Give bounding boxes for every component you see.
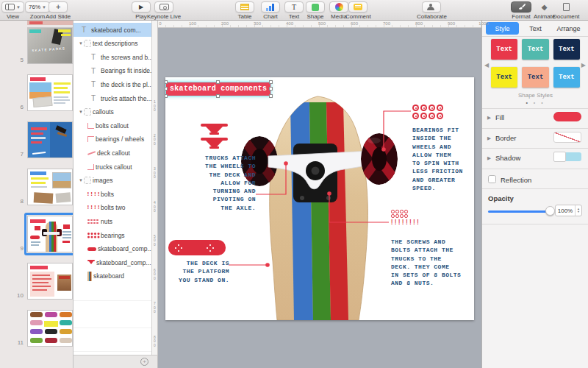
bearings-description-text[interactable]: BEARINGS FIT INSIDE THE WHEELS AND ALLOW… [412, 126, 463, 192]
shape-style-swatch-3[interactable]: Text [553, 39, 580, 60]
selection-handle[interactable] [165, 94, 168, 98]
object-row-label: nuts [101, 218, 112, 225]
slide-thumbnail-6[interactable] [27, 74, 73, 111]
slide-thumbnail-5[interactable]: SKATE PARKS [27, 27, 73, 64]
object-row-bearings-wheels[interactable]: bearings / wheels [74, 132, 152, 146]
nuts-icon[interactable] [391, 210, 408, 218]
object-row-nuts[interactable]: nuts [74, 214, 152, 228]
trucks-icon[interactable] [201, 124, 228, 149]
object-row-deck-callout[interactable]: deck callout [74, 146, 152, 160]
thumbnail-decor [60, 320, 72, 325]
shape-style-swatch-5[interactable]: Text [522, 67, 548, 88]
document-tab-button[interactable]: Document [553, 1, 579, 20]
disclosure-triangle-icon[interactable]: ▼ [78, 110, 84, 114]
opacity-slider-track[interactable] [488, 210, 553, 213]
shape-style-swatch-2[interactable]: Text [522, 39, 548, 60]
object-row-skateboard-comp[interactable]: skateboard_comp... [74, 242, 152, 256]
object-row-bolts-callout[interactable]: bolts callout [74, 118, 152, 132]
selection-handle[interactable] [165, 80, 168, 84]
insert-table-button[interactable]: Table [235, 1, 254, 20]
format-tab-button[interactable]: Format [511, 1, 531, 20]
shadow-style-swatch[interactable] [553, 152, 581, 162]
object-row-text-descriptions[interactable]: ▼text descriptions [74, 37, 152, 51]
keynote-live-button[interactable]: Keynote Live [147, 1, 181, 20]
slide-number: 6 [6, 104, 24, 110]
object-row-bolts-two[interactable]: bolts two [74, 201, 152, 215]
selection-handle[interactable] [216, 94, 220, 98]
pagination-dots[interactable]: • • • [482, 100, 588, 105]
object-row-images[interactable]: ▼images [74, 174, 152, 188]
add-slide-button[interactable]: + Add Slide [46, 1, 71, 20]
disclosure-triangle-icon[interactable]: ▼ [78, 178, 84, 183]
shape-styles-prev-icon[interactable]: ◀ [484, 62, 489, 68]
target-icon[interactable]: + [140, 358, 148, 366]
screws-description-text[interactable]: THE SCREWS AND BOLTS ATTACH THE TRUCKS T… [391, 238, 461, 288]
insert-shape-button[interactable]: Shape [306, 1, 325, 20]
object-row-Bearings-fit-inside[interactable]: Bearings fit inside... [74, 64, 152, 78]
selection-handle[interactable] [216, 80, 220, 84]
slide-thumbnail-7[interactable] [27, 121, 73, 158]
comment-button[interactable]: Comment [345, 1, 371, 20]
object-row-label: trucks callout [96, 163, 132, 171]
bearings-icon[interactable] [412, 105, 443, 119]
slide-title-selection[interactable]: skateboard components [166, 82, 270, 96]
opacity-value-box[interactable]: 100% ▲▼ [555, 205, 582, 216]
animate-tab-button[interactable]: ◆ Animate [534, 1, 555, 20]
thumbnail-decor [31, 241, 40, 243]
thumbnail-decor [44, 321, 58, 327]
object-row-label: trucks attach the... [101, 95, 151, 102]
disclosure-icon[interactable]: ▶ [487, 155, 491, 161]
horizontal-ruler: 01002003004005006007008009001000 [158, 21, 481, 28]
view-button[interactable]: ▼ View [1, 1, 24, 20]
object-row-skateboard-comp[interactable]: skateboard_comp... [74, 255, 152, 269]
slide-thumbnail-11[interactable] [27, 310, 73, 347]
collaborate-button[interactable]: Collaborate [417, 1, 447, 20]
object-row-label: Bearings fit inside... [101, 67, 152, 74]
shape-style-swatch-1[interactable]: Text [491, 39, 517, 60]
shape-style-swatch-6[interactable]: Text [553, 67, 580, 88]
ruler-label-h: 0 [159, 21, 161, 26]
slide-editing-area[interactable]: skateboard components !!!!!!!! [165, 77, 474, 320]
insert-chart-button[interactable]: Chart [261, 1, 280, 20]
disclosure-icon[interactable]: ▶ [487, 135, 491, 141]
tab-style[interactable]: Style [486, 22, 519, 35]
partial-slide-thumbnail[interactable] [27, 21, 73, 25]
bolts-icon[interactable]: !!!!!!!! [390, 219, 420, 227]
reflection-checkbox[interactable] [488, 175, 496, 183]
slide-thumbnail-10[interactable] [27, 263, 73, 300]
disclosure-triangle-icon[interactable]: ▼ [78, 41, 84, 46]
object-row-the-screws-and-b[interactable]: the screws and b... [74, 50, 152, 64]
selection-handle[interactable] [269, 80, 273, 84]
selection-handle[interactable] [165, 87, 168, 91]
tab-arrange[interactable]: Arrange [552, 22, 585, 35]
deck-shape-icon[interactable] [168, 240, 226, 255]
stepper-icon[interactable]: ▲▼ [575, 205, 581, 216]
object-row-bearings[interactable]: bearings [74, 228, 152, 242]
object-row-skateboard[interactable]: skateboard [74, 269, 152, 283]
canvas[interactable]: skateboard components !!!!!!!! [158, 28, 481, 368]
object-row-skateboard-com[interactable]: skateboard com... [74, 23, 152, 37]
object-row-trucks-callout[interactable]: trucks callout [74, 160, 152, 174]
zoom-label: Zoom [30, 13, 45, 20]
object-row-the-deck-is-the-pl[interactable]: the deck is the pl... [74, 77, 152, 91]
selection-handle[interactable] [269, 87, 273, 91]
object-row-trucks-attach-the[interactable]: trucks attach the... [74, 91, 152, 105]
selection-handle[interactable] [269, 94, 273, 98]
slide-thumbnail-9[interactable] [27, 216, 73, 252]
slide-thumbnail-8[interactable] [27, 169, 73, 205]
border-style-swatch[interactable] [553, 132, 581, 143]
deck-description-text[interactable]: THE DECK IS THE PLATFORM YOU STAND ON. [179, 259, 229, 284]
trucks-description-text[interactable]: TRUCKS ATTACH THE WHEELS TO THE DECK AND… [205, 154, 256, 212]
nut-ring [400, 214, 404, 218]
opacity-value: 100% [556, 208, 575, 214]
shape-style-swatch-4[interactable]: Text [491, 67, 517, 88]
opacity-slider-knob[interactable] [545, 206, 555, 216]
disclosure-icon[interactable]: ▶ [487, 115, 491, 121]
object-row-bolts[interactable]: bolts [74, 187, 152, 201]
shape-styles-next-icon[interactable]: ▶ [581, 62, 586, 68]
tab-text[interactable]: Text [519, 22, 552, 35]
object-row-callouts[interactable]: ▼callouts [74, 105, 152, 119]
fill-color-swatch[interactable] [553, 112, 581, 121]
insert-text-button[interactable]: T Text [284, 1, 304, 20]
fill-label: Fill [495, 113, 504, 121]
